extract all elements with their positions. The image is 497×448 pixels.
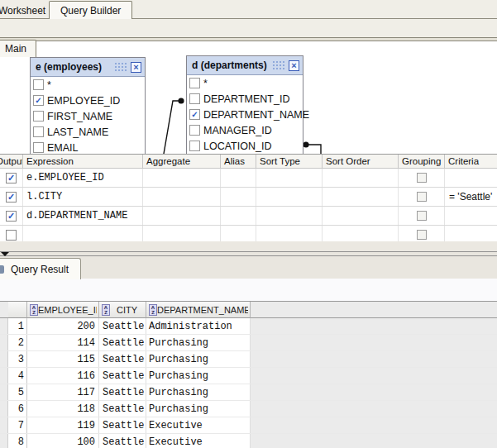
row-number[interactable]: 8	[8, 434, 27, 448]
sort-order-cell[interactable]	[323, 226, 399, 241]
table-card-header[interactable]: e (employees) ×	[31, 58, 145, 77]
cell-city[interactable]: Seattle	[99, 401, 146, 417]
row-number[interactable]: 5	[8, 384, 27, 400]
cell-department[interactable]: Purchasing	[146, 368, 251, 384]
aggregate-cell[interactable]	[143, 226, 221, 241]
field-row[interactable]: FIRST_NAME	[31, 108, 145, 124]
field-checkbox[interactable]	[189, 141, 200, 151]
field-checkbox[interactable]	[189, 78, 200, 88]
cell-city[interactable]: Seattle	[99, 335, 146, 350]
expression-cell[interactable]: d.DEPARTMENT_NAME	[23, 210, 127, 222]
table-card-header[interactable]: d (departments) ×	[187, 56, 303, 75]
table-card-departments[interactable]: d (departments) × * DEPARTMENT_ID DEPART…	[186, 55, 303, 154]
cell-employee-id[interactable]: 200	[27, 318, 99, 334]
close-icon[interactable]: ×	[131, 62, 141, 73]
cell-employee-id[interactable]: 100	[27, 434, 99, 448]
tab-main[interactable]: Main	[0, 40, 36, 57]
row-number[interactable]: 7	[8, 417, 27, 433]
field-row[interactable]: *	[31, 77, 145, 93]
field-row[interactable]: LAST_NAME	[31, 124, 145, 140]
aggregate-cell[interactable]	[143, 207, 221, 225]
field-row[interactable]: EMPLOYEE_ID	[31, 93, 145, 108]
cell-employee-id[interactable]: 114	[27, 335, 99, 350]
cell-employee-id[interactable]: 119	[27, 417, 99, 433]
result-row: 3 115 Seattle Purchasing	[0, 351, 497, 368]
cell-department[interactable]: Executive	[146, 417, 251, 433]
field-checkbox[interactable]	[189, 125, 200, 136]
alias-cell[interactable]	[221, 207, 256, 225]
cell-city[interactable]: Seattle	[99, 351, 146, 367]
grouping-checkbox[interactable]	[417, 230, 427, 240]
column-header-employee-id[interactable]: AZ EMPLOYEE_ID	[27, 302, 99, 318]
column-header-criteria: Criteria	[445, 155, 497, 168]
criteria-cell[interactable]: = 'Seattle'	[445, 191, 492, 203]
sort-type-cell[interactable]	[256, 188, 323, 206]
aggregate-cell[interactable]	[143, 169, 221, 187]
cell-city[interactable]: Seattle	[99, 368, 146, 384]
aggregate-cell[interactable]	[143, 188, 221, 206]
column-header-department-name[interactable]: AZ DEPARTMENT_NAME	[146, 302, 251, 318]
field-checkbox[interactable]	[33, 95, 44, 106]
cell-department[interactable]: Purchasing	[146, 401, 251, 417]
result-row: 4 116 Seattle Purchasing	[0, 368, 497, 384]
row-number[interactable]: 6	[8, 401, 27, 417]
field-checkbox[interactable]	[189, 93, 200, 104]
row-number[interactable]: 1	[8, 318, 27, 334]
tab-worksheet[interactable]: Worksheet	[0, 2, 55, 18]
column-header-city[interactable]: AZ CITY	[99, 302, 146, 318]
output-checkbox[interactable]	[6, 173, 17, 183]
grouping-checkbox[interactable]	[417, 211, 427, 221]
field-checkbox[interactable]	[189, 109, 200, 120]
field-row[interactable]: DEPARTMENT_NAME	[187, 107, 303, 122]
field-label: DEPARTMENT_NAME	[203, 109, 309, 121]
output-checkbox[interactable]	[6, 230, 17, 241]
cell-department[interactable]: Purchasing	[146, 335, 251, 350]
cell-department[interactable]: Executive	[146, 434, 251, 448]
alias-cell[interactable]	[221, 188, 256, 206]
row-number[interactable]: 4	[8, 368, 27, 384]
field-row[interactable]: DEPARTMENT_ID	[187, 91, 303, 107]
alias-cell[interactable]	[221, 169, 256, 187]
cell-employee-id[interactable]: 116	[27, 368, 99, 384]
output-checkbox[interactable]	[6, 211, 17, 222]
column-header-sort-order: Sort Order	[323, 155, 399, 168]
expression-cell[interactable]: l.CITY	[23, 191, 62, 203]
tab-query-result[interactable]: Query Result	[0, 258, 81, 279]
sort-order-cell[interactable]	[323, 188, 399, 206]
cell-department[interactable]: Purchasing	[146, 384, 251, 400]
cell-department[interactable]: Administration	[146, 318, 251, 334]
expression-cell[interactable]: e.EMPLOYEE_ID	[23, 172, 104, 183]
field-row[interactable]: LOCATION_ID	[187, 138, 303, 154]
cell-employee-id[interactable]: 118	[27, 401, 99, 417]
result-row: 2 114 Seattle Purchasing	[0, 335, 497, 351]
field-row[interactable]: MANAGER_ID	[187, 122, 303, 138]
sort-type-cell[interactable]	[256, 169, 323, 187]
cell-city[interactable]: Seattle	[99, 434, 146, 448]
cell-city[interactable]: Seattle	[99, 384, 146, 400]
grouping-checkbox[interactable]	[417, 173, 427, 183]
cell-employee-id[interactable]: 117	[27, 384, 99, 400]
field-row[interactable]: EMAIL	[31, 140, 145, 154]
alias-cell[interactable]	[221, 226, 256, 241]
row-number[interactable]: 2	[8, 335, 27, 350]
tab-query-builder[interactable]: Query Builder	[49, 1, 132, 19]
field-checkbox[interactable]	[33, 126, 44, 137]
field-checkbox[interactable]	[33, 79, 44, 90]
sort-type-cell[interactable]	[256, 226, 323, 241]
table-card-employees[interactable]: e (employees) × * EMPLOYEE_ID FIRST_NAME…	[30, 57, 146, 154]
row-number[interactable]: 3	[8, 351, 27, 367]
close-icon[interactable]: ×	[289, 60, 299, 71]
cell-department[interactable]: Purchasing	[146, 351, 251, 367]
cell-city[interactable]: Seattle	[99, 417, 146, 433]
sort-type-cell[interactable]	[256, 207, 323, 225]
field-checkbox[interactable]	[33, 142, 44, 153]
cell-city[interactable]: Seattle	[99, 318, 146, 334]
sort-order-cell[interactable]	[323, 207, 399, 225]
field-checkbox[interactable]	[33, 111, 44, 122]
output-checkbox[interactable]	[6, 192, 17, 203]
field-row[interactable]: *	[187, 75, 303, 91]
grouping-checkbox[interactable]	[417, 192, 427, 202]
cell-employee-id[interactable]: 115	[27, 351, 99, 367]
sort-order-cell[interactable]	[323, 169, 399, 187]
query-builder-canvas[interactable]: e (employees) × * EMPLOYEE_ID FIRST_NAME…	[0, 41, 497, 154]
